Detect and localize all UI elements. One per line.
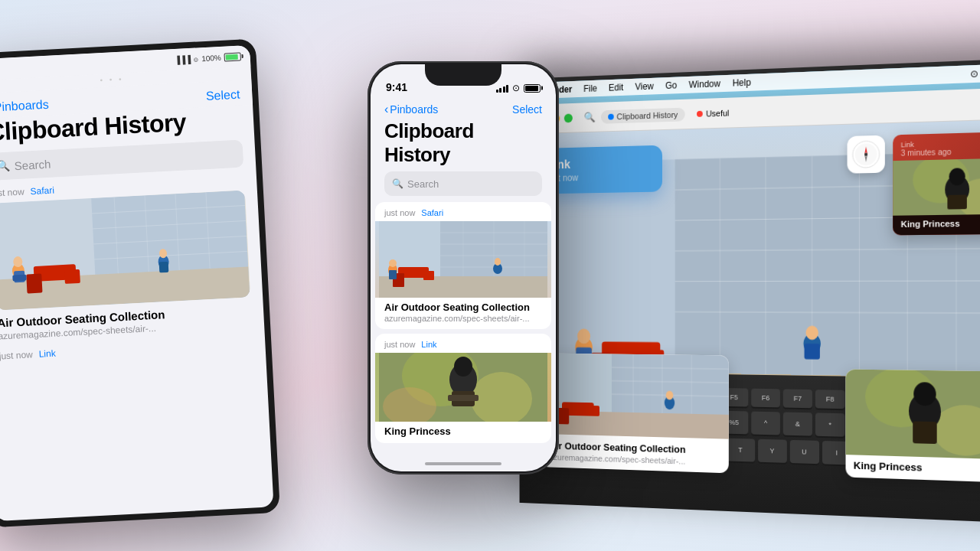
ipad-back-label: Pinboards [0, 97, 49, 114]
compass-svg [852, 140, 880, 169]
mac-tab-dot-red [697, 110, 703, 116]
menubar-file[interactable]: File [583, 83, 597, 94]
iphone-item1-tags: just now Safari [375, 202, 551, 221]
menubar-wifi-icon: ⊙ [970, 68, 978, 80]
mac-tab-dot-blue [608, 113, 613, 119]
mac-music-artist-name: King Princess [901, 218, 980, 229]
ipad-item1-time: just now [0, 187, 24, 199]
menubar-edit[interactable]: Edit [609, 82, 623, 93]
iphone-item1-image [375, 221, 551, 298]
iphone-item1[interactable]: just now Safari [375, 202, 551, 329]
ipad-item1-image [0, 190, 250, 310]
mac-tab-clipboard[interactable]: Clipboard History [601, 107, 685, 123]
iphone-item1-title: Air Outdoor Seating Collection [384, 302, 542, 313]
iphone-search-bar[interactable]: 🔍 Search [384, 171, 542, 196]
iphone-notch [425, 64, 501, 86]
ipad-back-button[interactable]: ‹ Pinboards [0, 96, 49, 116]
svg-rect-13 [64, 269, 80, 284]
mac-search-icon: 🔍 [584, 112, 596, 123]
iphone-content: ‹ Pinboards Select Clipboard History 🔍 S… [371, 98, 556, 471]
iphone-item1-source: Safari [421, 208, 443, 217]
key-f7[interactable]: F7 [783, 389, 812, 408]
mac-seating-scene [541, 353, 729, 439]
mac-artist-card-title: King Princess [854, 459, 980, 476]
key-6[interactable]: ^ [751, 412, 780, 435]
mac-music-card[interactable]: Link 3 minutes ago [893, 132, 980, 236]
iphone-back-button[interactable]: ‹ Pinboards [384, 103, 438, 116]
svg-rect-74 [804, 344, 819, 360]
svg-point-44 [454, 357, 472, 377]
ipad-item1-scene [0, 190, 250, 310]
ipad-search-placeholder: Search [14, 157, 51, 171]
iphone-item1-info: Air Outdoor Seating Collection azuremaga… [375, 298, 551, 329]
mac-link-card-subtitle: just now [547, 171, 652, 184]
iphone-item2-info: King Princess [375, 422, 551, 443]
signal-bars-icon [496, 83, 509, 93]
ipad-item2-time: just now [0, 349, 33, 361]
mac-link-card-title: Link [547, 156, 652, 172]
mac-seating-card-image [541, 353, 729, 439]
mac-tab-useful-label: Useful [706, 108, 729, 118]
iphone-search-placeholder: Search [407, 178, 439, 190]
svg-point-35 [389, 259, 397, 267]
ipad-battery-icon [224, 52, 241, 61]
ipad-battery-percent: 100% [201, 53, 221, 62]
iphone-item1-scene [375, 221, 551, 298]
iphone-status-icons: ⊙ [496, 83, 541, 93]
iphone-item2-image [375, 353, 551, 422]
ipad-item2-source: Link [38, 348, 56, 360]
ipad-search-icon: 🔍 [0, 160, 10, 173]
mac-device:  Finder File Edit View Go Window Help ⊙… [520, 58, 980, 524]
key-y[interactable]: Y [758, 439, 787, 463]
menubar-go[interactable]: Go [665, 80, 677, 91]
svg-rect-46 [448, 395, 479, 401]
ipad-screen: ▐▐▐ ⌾ 100% • • • ‹ Pinboards Select Clip… [0, 45, 274, 521]
iphone-wifi-icon: ⊙ [512, 83, 520, 93]
svg-point-70 [577, 329, 590, 344]
iphone-item2-time: just now [384, 340, 415, 349]
key-t[interactable]: T [726, 439, 754, 462]
ipad-status-icons: ▐▐▐ ⌾ 100% [175, 52, 241, 64]
iphone-nav-bar: ‹ Pinboards Select [371, 98, 556, 118]
menubar-help[interactable]: Help [733, 77, 751, 89]
key-f6[interactable]: F6 [751, 389, 780, 408]
mac-tabs: Clipboard History Useful [601, 106, 737, 124]
svg-rect-85 [947, 195, 966, 210]
mac-music-artist-image [893, 158, 980, 216]
iphone-item2-scene [375, 353, 551, 422]
iphone-back-chevron-icon: ‹ [384, 103, 388, 116]
ipad-item1-source: Safari [30, 185, 54, 197]
ipad-select-button[interactable]: Select [205, 87, 240, 103]
iphone-device: 9:41 ⊙ ‹ Pinboards [368, 61, 559, 474]
iphone-select-button[interactable]: Select [512, 103, 542, 116]
iphone-item2-tags: just now Link [375, 334, 551, 353]
iphone-item2-title: King Princess [384, 425, 542, 437]
mac-seating-card[interactable]: Air Outdoor Seating Collection azuremaga… [541, 353, 729, 473]
mac-tab-clipboard-label: Clipboard History [616, 109, 678, 120]
svg-rect-107 [913, 421, 936, 444]
mac-seating-card-info: Air Outdoor Seating Collection azuremaga… [541, 434, 729, 473]
iphone-battery-icon [524, 84, 541, 93]
svg-rect-97 [586, 406, 599, 416]
mac-artist-card-image [846, 369, 980, 459]
menubar-right-icons: ⊙ ▮ 9:41 [970, 67, 980, 80]
svg-rect-36 [389, 270, 397, 279]
iphone-search-icon: 🔍 [392, 178, 403, 189]
menubar-window[interactable]: Window [689, 78, 720, 90]
mac-artist-card-scene [846, 369, 980, 459]
iphone-item1-url: azuremagazine.com/spec-sheets/air-... [384, 314, 542, 323]
iphone-home-indicator [425, 462, 501, 465]
ipad-signal-icon: ▐▐▐ [175, 54, 191, 64]
mac-artist-card[interactable]: King Princess [846, 369, 980, 482]
maximize-button[interactable] [564, 113, 573, 122]
key-f8[interactable]: F8 [815, 390, 845, 409]
key-7[interactable]: & [783, 412, 812, 436]
mac-music-artist-name-area: King Princess [893, 214, 980, 235]
key-u[interactable]: U [789, 440, 818, 464]
iphone-item2[interactable]: just now Link [375, 334, 551, 443]
iphone-item2-source: Link [421, 340, 436, 349]
mac-tab-useful[interactable]: Useful [690, 106, 737, 121]
menubar-view[interactable]: View [635, 81, 653, 93]
svg-rect-12 [26, 274, 42, 294]
key-8[interactable]: * [815, 412, 845, 436]
